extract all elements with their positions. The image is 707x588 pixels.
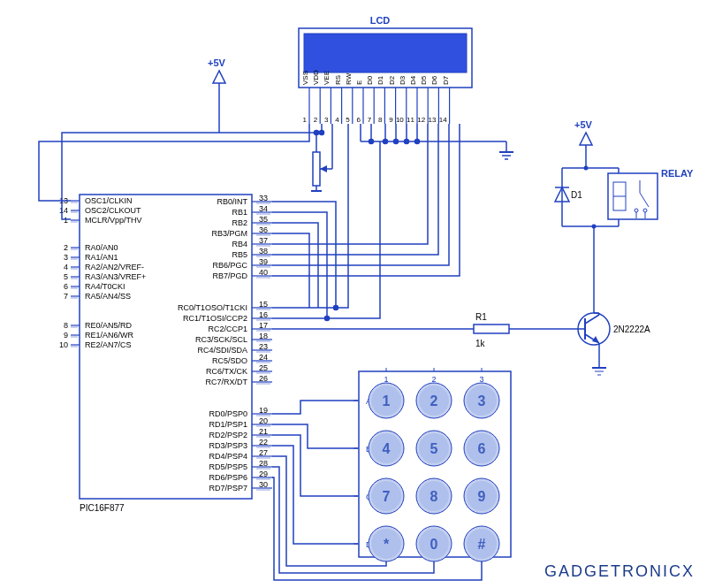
svg-text:9: 9 xyxy=(389,116,393,124)
svg-text:RE2/AN7/CS: RE2/AN7/CS xyxy=(85,340,132,349)
svg-point-222 xyxy=(643,209,647,212)
svg-text:RC3/SCK/SCL: RC3/SCK/SCL xyxy=(195,335,247,344)
svg-text:12: 12 xyxy=(417,116,425,124)
svg-text:17: 17 xyxy=(259,321,268,330)
svg-line-238 xyxy=(585,315,599,324)
svg-text:D6: D6 xyxy=(430,75,438,85)
svg-text:RC5/SDO: RC5/SDO xyxy=(212,356,247,365)
svg-text:10: 10 xyxy=(396,116,404,124)
brand-label: GADGETRONICX xyxy=(544,562,695,580)
svg-text:5: 5 xyxy=(346,116,350,124)
svg-text:28: 28 xyxy=(259,459,268,468)
circuit-diagram: LCD VSS1VDD2VEE3RS4RW5E6D07D18D29D310D41… xyxy=(0,0,707,588)
svg-text:40: 40 xyxy=(259,268,268,277)
keypad-key: 9 xyxy=(478,489,486,504)
svg-text:RD2/PSP2: RD2/PSP2 xyxy=(209,431,247,439)
svg-point-202 xyxy=(369,140,374,144)
svg-text:6: 6 xyxy=(357,116,361,124)
svg-text:RB6/PGC: RB6/PGC xyxy=(212,261,247,270)
svg-text:14: 14 xyxy=(439,116,447,124)
svg-text:23: 23 xyxy=(259,342,268,351)
svg-text:D4: D4 xyxy=(409,75,417,85)
svg-text:10: 10 xyxy=(59,340,68,349)
svg-text:8: 8 xyxy=(378,116,383,124)
svg-text:19: 19 xyxy=(259,406,268,415)
keypad-key: * xyxy=(384,537,390,552)
svg-point-221 xyxy=(635,209,638,212)
svg-text:D7: D7 xyxy=(442,75,450,85)
svg-text:VDD: VDD xyxy=(312,70,320,85)
svg-text:OSC1/CLKIN: OSC1/CLKIN xyxy=(85,196,133,205)
svg-text:14: 14 xyxy=(59,206,68,215)
power-5v-left: +5V xyxy=(208,57,226,133)
svg-text:RD4/PSP4: RD4/PSP4 xyxy=(209,452,247,461)
svg-text:D3: D3 xyxy=(399,75,407,85)
svg-text:3: 3 xyxy=(324,116,329,124)
svg-text:26: 26 xyxy=(259,374,268,383)
svg-text:2: 2 xyxy=(64,243,68,252)
svg-text:RC6/TX/CK: RC6/TX/CK xyxy=(206,367,247,376)
svg-text:RD1/PSP1: RD1/PSP1 xyxy=(209,420,247,429)
svg-text:RD5/PSP5: RD5/PSP5 xyxy=(209,462,247,471)
svg-text:1: 1 xyxy=(64,216,68,225)
keypad-key: 5 xyxy=(430,441,438,456)
lcd-title: LCD xyxy=(370,15,391,26)
svg-text:RC4/SDI/SDA: RC4/SDI/SDA xyxy=(197,346,247,355)
svg-text:RB5: RB5 xyxy=(232,250,247,259)
keypad-key: # xyxy=(478,537,486,552)
svg-text:RB2: RB2 xyxy=(232,218,247,227)
svg-text:27: 27 xyxy=(259,448,268,457)
svg-marker-44 xyxy=(213,71,225,83)
svg-text:4: 4 xyxy=(335,116,339,124)
svg-point-204 xyxy=(394,140,399,144)
svg-text:RC7/RX/DT: RC7/RX/DT xyxy=(205,378,247,386)
svg-text:RD3/PSP3: RD3/PSP3 xyxy=(209,441,247,450)
svg-text:RS: RS xyxy=(334,75,342,85)
keypad-key: 7 xyxy=(383,489,391,504)
power-5v-right: +5V xyxy=(574,119,593,168)
svg-point-234 xyxy=(592,225,597,229)
svg-text:30: 30 xyxy=(259,480,268,489)
svg-text:RB0/INT: RB0/INT xyxy=(217,197,247,206)
lcd-block: LCD VSS1VDD2VEE3RS4RW5E6D07D18D29D310D41… xyxy=(299,15,472,124)
power-label-left: +5V xyxy=(208,57,226,68)
svg-text:RA2/AN2/VREF-: RA2/AN2/VREF- xyxy=(85,263,144,271)
svg-text:RA0/AN0: RA0/AN0 xyxy=(85,243,118,252)
svg-text:33: 33 xyxy=(259,194,268,202)
svg-text:RB1: RB1 xyxy=(232,208,247,217)
svg-text:5: 5 xyxy=(64,272,68,281)
svg-text:RW: RW xyxy=(345,73,353,85)
keypad-key: 6 xyxy=(478,441,486,456)
svg-rect-1 xyxy=(304,34,467,73)
svg-text:21: 21 xyxy=(259,427,268,436)
svg-point-211 xyxy=(325,317,330,321)
svg-marker-195 xyxy=(320,165,327,172)
resistor-r1: R1 1k xyxy=(474,312,509,348)
diode-d1: D1 xyxy=(555,172,582,221)
svg-text:RD0/PSP0: RD0/PSP0 xyxy=(209,409,247,418)
svg-line-220 xyxy=(640,193,649,207)
svg-text:25: 25 xyxy=(259,363,268,372)
svg-text:1: 1 xyxy=(303,116,308,124)
svg-text:7: 7 xyxy=(64,292,68,301)
svg-text:3: 3 xyxy=(64,253,68,262)
svg-text:22: 22 xyxy=(259,438,268,447)
svg-text:36: 36 xyxy=(259,225,268,234)
svg-text:38: 38 xyxy=(259,247,268,256)
keypad-key: 1 xyxy=(383,393,391,409)
svg-text:8: 8 xyxy=(64,321,68,330)
keypad-key: 0 xyxy=(430,537,438,552)
svg-text:2: 2 xyxy=(314,116,318,124)
svg-text:20: 20 xyxy=(259,416,268,425)
r1-value: 1k xyxy=(475,339,486,348)
svg-text:VSS: VSS xyxy=(301,71,309,85)
keypad-key: 4 xyxy=(383,441,391,456)
svg-point-229 xyxy=(584,166,589,171)
svg-text:18: 18 xyxy=(259,332,268,340)
svg-text:RB7/PGD: RB7/PGD xyxy=(212,271,247,280)
svg-point-205 xyxy=(405,140,409,144)
svg-point-201 xyxy=(315,131,319,135)
svg-text:VEE: VEE xyxy=(323,71,331,85)
mcu-name: PIC16F877 xyxy=(80,503,125,513)
svg-text:RC2/CCP1: RC2/CCP1 xyxy=(208,325,247,333)
